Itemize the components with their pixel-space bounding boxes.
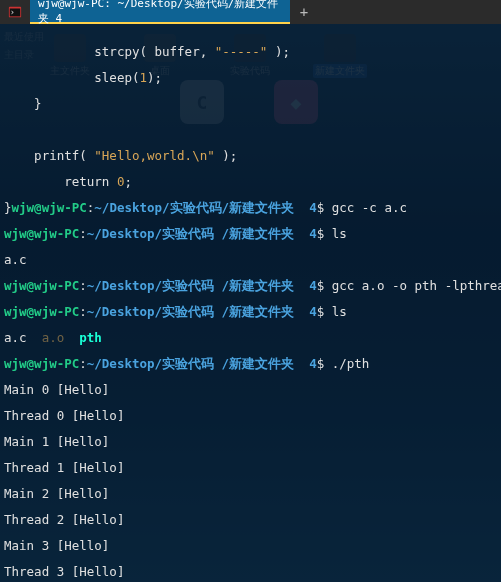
- terminal-viewport[interactable]: strcpy( buffer, "-----" ); sleep(1); } p…: [0, 24, 501, 582]
- program-output: Main 2 [Hello]: [4, 486, 109, 501]
- prompt-userhost: wjw@wjw-PC: [4, 226, 79, 241]
- ls-output: a.c: [4, 330, 42, 345]
- program-output: Main 0 [Hello]: [4, 382, 109, 397]
- prompt-path: ~/Desktop/实验代码 /新建文件夹 4: [87, 304, 317, 319]
- code-brace: }: [4, 200, 12, 215]
- cmd-gcc-c: gcc -c a.c: [324, 200, 407, 215]
- program-output: Thread 3 [Hello]: [4, 564, 124, 579]
- code-line: strcpy( buffer,: [4, 44, 215, 59]
- prompt-userhost: wjw@wjw-PC: [12, 200, 87, 215]
- prompt-userhost: wjw@wjw-PC: [4, 356, 79, 371]
- prompt-userhost: wjw@wjw-PC: [4, 278, 79, 293]
- svg-rect-1: [10, 9, 21, 17]
- code-line: sleep(: [4, 70, 139, 85]
- code-line: printf(: [4, 148, 94, 163]
- cmd-run: ./pth: [324, 356, 369, 371]
- prompt-path: ~/Desktop/实验代码/新建文件夹 4: [94, 200, 316, 215]
- cmd-ls: ls: [324, 226, 347, 241]
- cmd-ls: ls: [324, 304, 347, 319]
- window-titlebar: wjw@wjw-PC: ~/Desktop/实验代码/新建文件夹 4 +: [0, 0, 501, 24]
- program-output: Thread 1 [Hello]: [4, 460, 124, 475]
- prompt-path: ~/Desktop/实验代码 /新建文件夹 4: [87, 226, 317, 241]
- tab-title: wjw@wjw-PC: ~/Desktop/实验代码/新建文件夹 4: [38, 0, 282, 26]
- code-line: return: [4, 174, 117, 189]
- blank-line: [4, 123, 497, 136]
- terminal-icon: [0, 0, 30, 24]
- cmd-gcc-link: gcc a.o -o pth -lpthread: [324, 278, 501, 293]
- terminal-tab[interactable]: wjw@wjw-PC: ~/Desktop/实验代码/新建文件夹 4: [30, 0, 290, 24]
- prompt-userhost: wjw@wjw-PC: [4, 304, 79, 319]
- ls-output: a.c: [4, 252, 27, 267]
- program-output: Thread 2 [Hello]: [4, 512, 124, 527]
- prompt-path: ~/Desktop/实验代码 /新建文件夹 4: [87, 278, 317, 293]
- program-output: Main 1 [Hello]: [4, 434, 109, 449]
- code-line: }: [4, 96, 42, 111]
- program-output: Main 3 [Hello]: [4, 538, 109, 553]
- prompt-path: ~/Desktop/实验代码 /新建文件夹 4: [87, 356, 317, 371]
- new-tab-button[interactable]: +: [290, 0, 318, 24]
- program-output: Thread 0 [Hello]: [4, 408, 124, 423]
